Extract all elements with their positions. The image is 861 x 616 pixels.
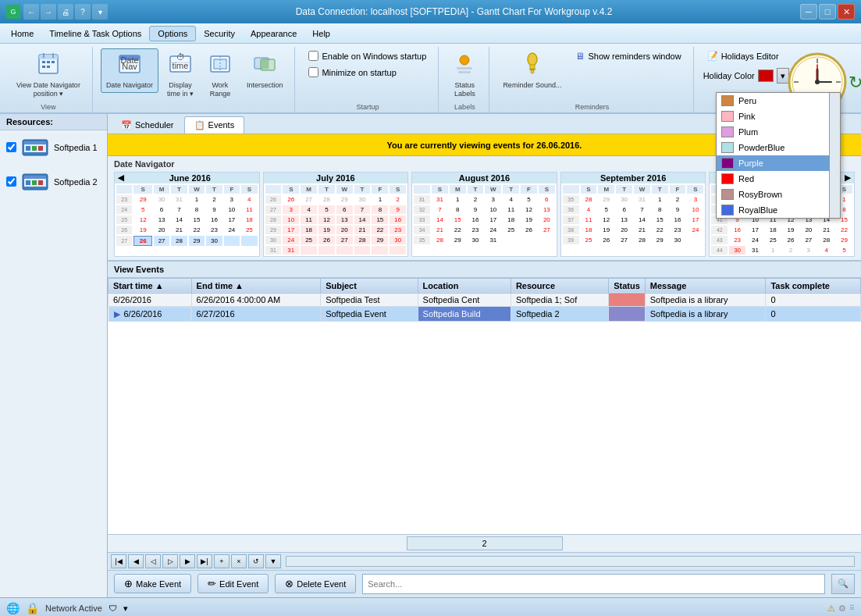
col-end-time[interactable]: End time ▲	[191, 278, 321, 293]
nav-prev-btn[interactable]: ◀	[128, 554, 144, 568]
holidays-editor-btn[interactable]: 📝 Holidays Editor	[702, 48, 785, 63]
color-option-pink[interactable]: Pink	[717, 109, 840, 124]
network-status: Network Active	[45, 604, 102, 613]
table-row[interactable]: 6/26/2016 6/26/2016 4:00:00 AM Softpedia…	[109, 293, 861, 306]
view-events-header: View Events	[108, 261, 861, 278]
nav-next-page-btn[interactable]: ▷	[162, 554, 178, 568]
next-month-btn[interactable]: ▶	[845, 173, 851, 182]
table-row: 27 26 27282930	[116, 236, 258, 246]
color-option-purple[interactable]: Purple	[717, 155, 840, 171]
tab-scheduler[interactable]: 📅 Scheduler	[111, 116, 184, 134]
close-btn[interactable]: ✕	[838, 4, 855, 20]
menu-options[interactable]: Options	[149, 26, 196, 41]
color-option-peru[interactable]: Peru	[717, 93, 840, 109]
svg-rect-48	[24, 176, 46, 179]
minimize-startup-check[interactable]	[308, 67, 318, 77]
tab-events[interactable]: 📋 Events	[184, 116, 245, 134]
col-location[interactable]: Location	[418, 278, 511, 293]
col-start-time[interactable]: Start time ▲	[109, 278, 192, 293]
color-options-list: Peru Pink Plum PowderBlue	[717, 93, 840, 218]
table-row: 2512131415161718	[116, 215, 258, 224]
menu-timeline[interactable]: Timeline & Task Options	[41, 27, 149, 41]
col-message[interactable]: Message	[645, 278, 766, 293]
nav-remove-btn[interactable]: ×	[231, 554, 247, 568]
menu-appearance[interactable]: Appearance	[243, 27, 304, 41]
softpedia2-checkbox[interactable]	[6, 176, 16, 187]
date-nav-icon: Date Nav	[117, 52, 142, 80]
minimize-startup-btn[interactable]: Minimize on startup	[303, 65, 432, 80]
search-btn[interactable]: 🔍	[831, 574, 855, 594]
enable-windows-startup-btn[interactable]: Enable on Windows startup	[303, 48, 432, 63]
nav-next-btn[interactable]: ▶	[180, 554, 195, 568]
minimize-btn[interactable]: ─	[800, 4, 817, 20]
menu-home[interactable]: Home	[3, 27, 41, 41]
event1-resource: Softpedia 1; Sof	[511, 293, 608, 306]
nav-prev-page-btn[interactable]: ◁	[145, 554, 161, 568]
svg-rect-5	[47, 61, 50, 63]
pager-row	[108, 534, 861, 552]
sidebar-item-softpedia2[interactable]: Softpedia 2	[0, 165, 107, 199]
col-subject[interactable]: Subject	[321, 278, 418, 293]
help-btn[interactable]: ?	[75, 4, 91, 20]
table-row: 3818192021222324	[563, 226, 704, 234]
color-name-plum: Plum	[738, 127, 758, 137]
events-content-area	[108, 322, 861, 534]
reminder-sound-btn[interactable]: Reminder Sound...	[497, 48, 567, 93]
ribbon-group-calendar: Date Nav Date Navigator ⏱ time Displayti…	[94, 47, 296, 112]
nav-first-btn[interactable]: |◀	[111, 554, 126, 568]
menu-security[interactable]: Security	[196, 27, 243, 41]
color-option-rosybrown[interactable]: RosyBrown	[717, 187, 840, 202]
svg-rect-42	[24, 141, 46, 144]
display-time-icon: ⏱ time	[168, 52, 193, 80]
color-dropdown-scrollbar[interactable]	[829, 93, 840, 218]
nav-scrollbar[interactable]	[286, 556, 855, 567]
refresh-icon: ↻	[849, 73, 861, 93]
sidebar-item-softpedia1[interactable]: Softpedia 1	[0, 130, 107, 165]
scheduler-tab-label: Scheduler	[135, 120, 174, 130]
dropdown-arrow[interactable]: ▾	[123, 604, 128, 614]
forward-btn[interactable]: →	[41, 4, 56, 20]
pager-input[interactable]	[407, 536, 563, 550]
table-row: 2619202122232425	[116, 226, 258, 234]
edit-event-btn[interactable]: ✏ Edit Event	[197, 574, 269, 593]
search-input[interactable]	[362, 574, 825, 594]
svg-point-26	[528, 53, 537, 66]
show-reminders-btn[interactable]: 🖥 Show reminders window	[570, 48, 686, 64]
events-icon: 📋	[194, 120, 205, 130]
dropdown-btn[interactable]: ▾	[92, 4, 108, 20]
warning-icon: ⚠	[827, 604, 835, 614]
nav-refresh-btn[interactable]: ↺	[248, 554, 264, 568]
print-btn[interactable]: 🖨	[58, 4, 73, 20]
prev-month-btn[interactable]: ◀	[118, 173, 124, 182]
view-date-navigator-btn[interactable]: View Date Navigatorposition ▾	[11, 48, 86, 101]
delete-event-btn[interactable]: ⊗ Delete Event	[275, 574, 356, 593]
intersection-btn[interactable]: Intersection	[241, 48, 289, 93]
col-task-complete[interactable]: Task complete	[766, 278, 861, 293]
table-row: 4216171819202122	[711, 226, 852, 234]
status-labels-btn[interactable]: StatusLabels	[447, 48, 482, 101]
enable-windows-startup-check[interactable]	[308, 51, 318, 61]
softpedia1-checkbox[interactable]	[6, 142, 16, 152]
color-option-royalblue[interactable]: RoyalBlue	[717, 202, 840, 218]
col-status[interactable]: Status	[609, 278, 646, 293]
color-option-plum[interactable]: Plum	[717, 124, 840, 140]
make-event-btn[interactable]: ⊕ Make Event	[114, 574, 191, 593]
nav-down-btn[interactable]: ▼	[265, 554, 281, 568]
display-time-btn[interactable]: ⏱ time Displaytime in ▾	[162, 48, 199, 101]
event2-subject: Softpedia Event	[321, 306, 418, 322]
maximize-btn[interactable]: □	[819, 4, 836, 20]
intersection-icon	[252, 52, 277, 80]
table-row[interactable]: ▶6/26/2016 6/27/2016 Softpedia Event Sof…	[109, 306, 861, 322]
holiday-color-selector: Holiday Color ▾	[702, 66, 791, 85]
menu-help[interactable]: Help	[304, 27, 338, 41]
window-title: Data Connection: localhost [SOFTPEDIA] -…	[108, 6, 800, 17]
color-dropdown: Peru Pink Plum PowderBlue	[716, 92, 841, 219]
date-navigator-btn[interactable]: Date Nav Date Navigator	[101, 48, 158, 93]
color-option-powderblue[interactable]: PowderBlue	[717, 140, 840, 155]
color-option-red[interactable]: Red	[717, 171, 840, 187]
nav-add-btn[interactable]: +	[214, 554, 229, 568]
col-resource[interactable]: Resource	[511, 278, 608, 293]
nav-last-btn[interactable]: ▶|	[197, 554, 212, 568]
back-btn[interactable]: ←	[23, 4, 39, 20]
work-range-btn[interactable]: WorkRange	[202, 48, 238, 101]
